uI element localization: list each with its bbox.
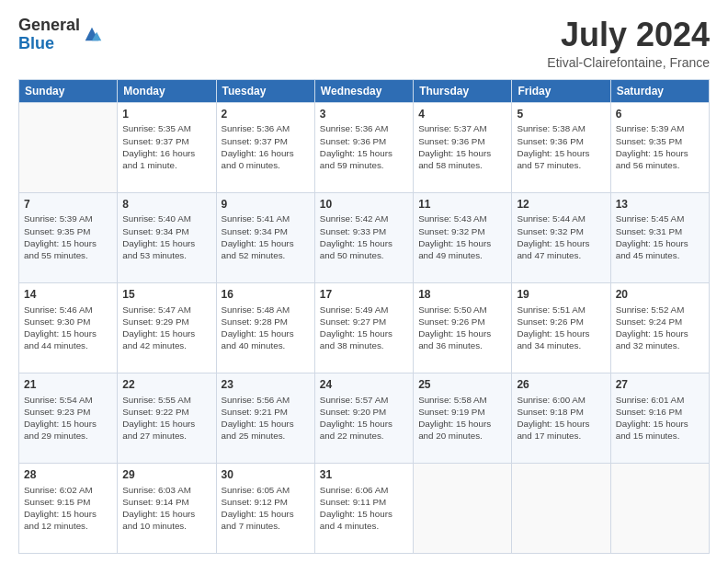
day-number: 11 <box>418 197 506 213</box>
day-info: Sunrise: 6:00 AM Sunset: 9:18 PM Dayligh… <box>517 394 605 442</box>
day-number: 12 <box>517 197 605 213</box>
day-number: 10 <box>320 197 408 213</box>
page: General Blue July 2024 Etival-Clairefont… <box>0 0 728 563</box>
table-row: 22Sunrise: 5:55 AM Sunset: 9:22 PM Dayli… <box>118 373 216 463</box>
table-row <box>19 102 118 192</box>
day-info: Sunrise: 6:02 AM Sunset: 9:15 PM Dayligh… <box>24 484 112 533</box>
table-row: 7Sunrise: 5:39 AM Sunset: 9:35 PM Daylig… <box>19 192 118 282</box>
day-info: Sunrise: 5:57 AM Sunset: 9:20 PM Dayligh… <box>320 394 408 442</box>
month-title: July 2024 <box>547 17 710 53</box>
table-row: 16Sunrise: 5:48 AM Sunset: 9:28 PM Dayli… <box>216 282 314 373</box>
day-number: 8 <box>122 197 210 213</box>
col-saturday: Saturday <box>610 79 709 102</box>
day-info: Sunrise: 5:47 AM Sunset: 9:29 PM Dayligh… <box>122 304 210 352</box>
col-thursday: Thursday <box>414 79 512 102</box>
day-info: Sunrise: 5:38 AM Sunset: 9:36 PM Dayligh… <box>517 122 605 171</box>
day-number: 31 <box>320 467 408 483</box>
table-row: 29Sunrise: 6:03 AM Sunset: 9:14 PM Dayli… <box>118 463 216 553</box>
day-number: 19 <box>517 287 605 303</box>
table-row: 21Sunrise: 5:54 AM Sunset: 9:23 PM Dayli… <box>19 373 118 463</box>
day-number: 7 <box>24 197 112 213</box>
day-number: 17 <box>320 287 408 303</box>
day-number: 5 <box>517 107 605 122</box>
logo: General Blue <box>18 17 102 53</box>
table-row: 30Sunrise: 6:05 AM Sunset: 9:12 PM Dayli… <box>216 463 314 553</box>
location: Etival-Clairefontaine, France <box>547 55 710 70</box>
logo-general-text: General <box>18 17 80 35</box>
table-row: 19Sunrise: 5:51 AM Sunset: 9:26 PM Dayli… <box>512 282 610 373</box>
table-row: 6Sunrise: 5:39 AM Sunset: 9:35 PM Daylig… <box>610 102 709 192</box>
table-row: 11Sunrise: 5:43 AM Sunset: 9:32 PM Dayli… <box>414 192 512 282</box>
day-info: Sunrise: 5:54 AM Sunset: 9:23 PM Dayligh… <box>24 394 112 442</box>
day-info: Sunrise: 6:01 AM Sunset: 9:16 PM Dayligh… <box>616 394 704 442</box>
col-sunday: Sunday <box>19 79 118 102</box>
day-info: Sunrise: 5:35 AM Sunset: 9:37 PM Dayligh… <box>122 122 210 171</box>
day-number: 27 <box>616 377 704 393</box>
table-row: 4Sunrise: 5:37 AM Sunset: 9:36 PM Daylig… <box>414 102 512 192</box>
day-number: 1 <box>122 107 210 122</box>
table-row: 9Sunrise: 5:41 AM Sunset: 9:34 PM Daylig… <box>216 192 314 282</box>
table-row: 13Sunrise: 5:45 AM Sunset: 9:31 PM Dayli… <box>610 192 709 282</box>
table-row: 12Sunrise: 5:44 AM Sunset: 9:32 PM Dayli… <box>512 192 610 282</box>
table-row: 31Sunrise: 6:06 AM Sunset: 9:11 PM Dayli… <box>314 463 413 553</box>
col-friday: Friday <box>512 79 610 102</box>
calendar-week-row: 7Sunrise: 5:39 AM Sunset: 9:35 PM Daylig… <box>19 192 710 282</box>
day-number: 20 <box>616 287 704 303</box>
day-info: Sunrise: 5:41 AM Sunset: 9:34 PM Dayligh… <box>222 213 310 261</box>
table-row: 14Sunrise: 5:46 AM Sunset: 9:30 PM Dayli… <box>19 282 118 373</box>
day-info: Sunrise: 5:39 AM Sunset: 9:35 PM Dayligh… <box>616 122 704 171</box>
calendar-week-row: 14Sunrise: 5:46 AM Sunset: 9:30 PM Dayli… <box>19 282 710 373</box>
day-number: 28 <box>24 467 112 483</box>
logo-icon <box>82 24 102 44</box>
day-info: Sunrise: 5:42 AM Sunset: 9:33 PM Dayligh… <box>320 213 408 261</box>
day-number: 9 <box>222 197 310 213</box>
day-number: 23 <box>222 377 310 393</box>
calendar-table: Sunday Monday Tuesday Wednesday Thursday… <box>18 79 710 554</box>
table-row: 28Sunrise: 6:02 AM Sunset: 9:15 PM Dayli… <box>19 463 118 553</box>
header: General Blue July 2024 Etival-Clairefont… <box>18 17 710 70</box>
day-info: Sunrise: 5:51 AM Sunset: 9:26 PM Dayligh… <box>517 304 605 352</box>
table-row: 23Sunrise: 5:56 AM Sunset: 9:21 PM Dayli… <box>216 373 314 463</box>
day-info: Sunrise: 5:55 AM Sunset: 9:22 PM Dayligh… <box>122 394 210 442</box>
col-tuesday: Tuesday <box>216 79 314 102</box>
day-number: 30 <box>222 467 310 483</box>
calendar-week-row: 28Sunrise: 6:02 AM Sunset: 9:15 PM Dayli… <box>19 463 710 553</box>
calendar-week-row: 1Sunrise: 5:35 AM Sunset: 9:37 PM Daylig… <box>19 102 710 192</box>
day-info: Sunrise: 5:58 AM Sunset: 9:19 PM Dayligh… <box>418 394 506 442</box>
day-info: Sunrise: 5:49 AM Sunset: 9:27 PM Dayligh… <box>320 304 408 352</box>
day-info: Sunrise: 5:56 AM Sunset: 9:21 PM Dayligh… <box>222 394 310 442</box>
day-info: Sunrise: 5:36 AM Sunset: 9:37 PM Dayligh… <box>222 122 310 171</box>
day-number: 15 <box>122 287 210 303</box>
day-number: 14 <box>24 287 112 303</box>
day-info: Sunrise: 5:48 AM Sunset: 9:28 PM Dayligh… <box>222 304 310 352</box>
table-row: 1Sunrise: 5:35 AM Sunset: 9:37 PM Daylig… <box>118 102 216 192</box>
day-number: 21 <box>24 377 112 393</box>
table-row <box>610 463 709 553</box>
day-number: 26 <box>517 377 605 393</box>
day-info: Sunrise: 5:50 AM Sunset: 9:26 PM Dayligh… <box>418 304 506 352</box>
col-monday: Monday <box>118 79 216 102</box>
day-info: Sunrise: 6:06 AM Sunset: 9:11 PM Dayligh… <box>320 484 408 533</box>
day-number: 29 <box>122 467 210 483</box>
logo-blue-text: Blue <box>18 35 80 53</box>
day-number: 16 <box>222 287 310 303</box>
day-number: 2 <box>222 107 310 122</box>
day-info: Sunrise: 5:46 AM Sunset: 9:30 PM Dayligh… <box>24 304 112 352</box>
table-row: 27Sunrise: 6:01 AM Sunset: 9:16 PM Dayli… <box>610 373 709 463</box>
table-row: 8Sunrise: 5:40 AM Sunset: 9:34 PM Daylig… <box>118 192 216 282</box>
day-info: Sunrise: 5:37 AM Sunset: 9:36 PM Dayligh… <box>418 122 506 171</box>
day-info: Sunrise: 5:44 AM Sunset: 9:32 PM Dayligh… <box>517 213 605 261</box>
col-wednesday: Wednesday <box>314 79 413 102</box>
table-row: 15Sunrise: 5:47 AM Sunset: 9:29 PM Dayli… <box>118 282 216 373</box>
day-number: 25 <box>418 377 506 393</box>
day-info: Sunrise: 5:36 AM Sunset: 9:36 PM Dayligh… <box>320 122 408 171</box>
day-info: Sunrise: 5:40 AM Sunset: 9:34 PM Dayligh… <box>122 213 210 261</box>
table-row: 24Sunrise: 5:57 AM Sunset: 9:20 PM Dayli… <box>314 373 413 463</box>
day-info: Sunrise: 5:39 AM Sunset: 9:35 PM Dayligh… <box>24 213 112 261</box>
calendar-week-row: 21Sunrise: 5:54 AM Sunset: 9:23 PM Dayli… <box>19 373 710 463</box>
table-row: 17Sunrise: 5:49 AM Sunset: 9:27 PM Dayli… <box>314 282 413 373</box>
day-info: Sunrise: 5:43 AM Sunset: 9:32 PM Dayligh… <box>418 213 506 261</box>
day-info: Sunrise: 5:52 AM Sunset: 9:24 PM Dayligh… <box>616 304 704 352</box>
day-number: 3 <box>320 107 408 122</box>
table-row: 25Sunrise: 5:58 AM Sunset: 9:19 PM Dayli… <box>414 373 512 463</box>
